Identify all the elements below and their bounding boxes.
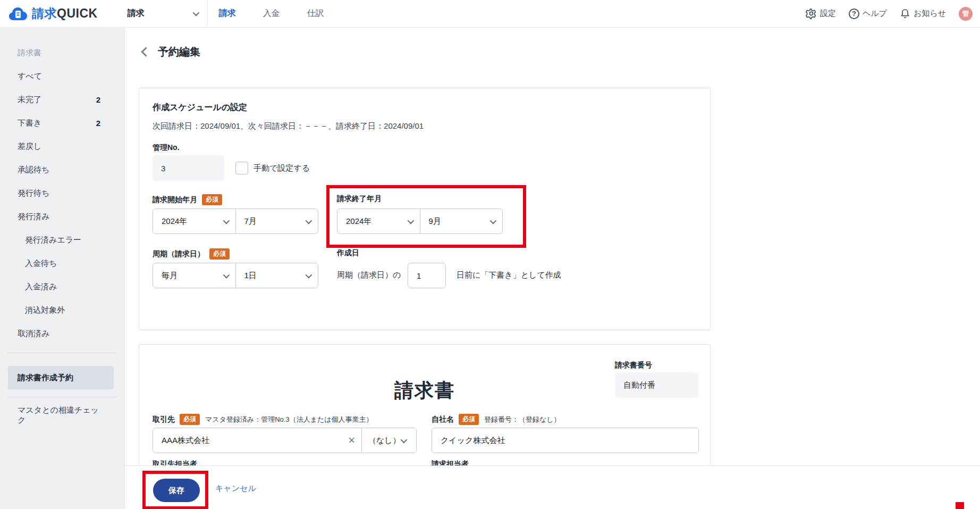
required-badge: 必須 [209,248,230,260]
creation-day-input[interactable]: 1 [408,263,446,288]
app-screen: 請求QUICK 請求 請求 入金 仕訳 設定 ? ヘルプ [0,0,980,509]
page-title: 予約編集 [158,45,200,59]
chevron-down-icon [223,271,230,278]
manual-set-checkbox[interactable] [235,162,248,174]
sidebar-item-issued[interactable]: 発行済み [0,205,124,228]
notifications-button[interactable]: お知らせ [900,8,946,19]
back-arrow-icon[interactable] [141,47,150,56]
nav-tab-journal[interactable]: 仕訳 [307,8,324,19]
client-master-note: マスタ登録済み：管理No.3（法人または個人事業主） [205,415,373,424]
chevron-down-icon [223,217,230,224]
creation-day-prefix-text: 周期（請求日）の [337,270,401,280]
client-name-input[interactable]: AAA株式会社 × [153,428,361,453]
question-mark-icon: ? [849,9,859,19]
app-logo[interactable]: 請求QUICK [9,5,98,22]
help-button[interactable]: ? ヘルプ [849,9,887,19]
billing-end-yearmonth-select: 2024年 9月 [337,208,503,234]
client-field-group: AAA株式会社 × （なし） [153,428,417,453]
manage-no-label: 管理No. [153,143,180,153]
creation-day-suffix-text: 日前に「下書き」として作成 [457,270,561,280]
billing-start-year-select[interactable]: 2024年 [153,209,235,233]
creation-day-label: 作成日 [337,248,359,258]
product-selector-dropdown[interactable]: 請求 [128,8,207,19]
chevron-down-icon [400,436,407,443]
sidebar-item-incomplete[interactable]: 未完了2 [0,88,124,111]
billing-start-month-select[interactable]: 7月 [235,209,318,233]
count-badge: 2 [96,119,100,128]
invoice-title: 請求書 [139,378,710,404]
required-badge: 必須 [202,194,222,205]
manage-no-field[interactable]: 3 [153,155,224,181]
cycle-frequency-select[interactable]: 毎月 [153,263,235,288]
sidebar: 請求書 すべて 未完了2 下書き2 差戻し 承認待ち 発行待ち 発行済み 発行済… [0,28,125,509]
help-label: ヘルプ [863,9,887,19]
sidebar-item-not-reconciled[interactable]: 消込対象外 [0,298,124,322]
red-corner-annotation [956,502,964,509]
top-bar: 請求QUICK 請求 請求 入金 仕訳 設定 ? ヘルプ [0,0,980,28]
save-button[interactable]: 保存 [153,479,200,502]
chevron-down-icon [490,217,497,224]
cancel-link[interactable]: キャンセル [215,483,256,494]
billing-end-year-select[interactable]: 2024年 [337,209,420,233]
company-registration-note: 登録番号：（登録なし） [484,415,561,424]
cloud-logo-icon [9,6,28,22]
billing-end-label: 請求終了年月 [337,194,382,204]
brand-text: 請求QUICK [32,5,98,22]
sidebar-item-awaiting-payment[interactable]: 入金待ち [0,252,124,275]
page-header: 予約編集 [142,45,200,59]
chevron-down-icon [306,271,312,278]
notifications-label: お知らせ [914,9,946,19]
schedule-card-title: 作成スケジュールの設定 [153,102,247,113]
required-badge: 必須 [180,414,200,425]
settings-label: 設定 [820,9,836,19]
sidebar-item-all[interactable]: すべて [0,64,124,88]
company-label: 自社名 必須 登録番号：（登録なし） [432,414,561,425]
schedule-summary-text: 次回請求日：2024/09/01、次々回請求日：－－－、請求終了日：2024/0… [153,121,424,131]
client-honorific-select[interactable]: （なし） [361,428,416,453]
action-bar: 保存 キャンセル [125,465,980,509]
chevron-down-icon [192,10,199,16]
topbar-actions: 設定 ? ヘルプ お知らせ 管 [806,7,973,21]
company-name-input[interactable]: クイック株式会社 [432,428,699,453]
cycle-select: 毎月 1日 [153,263,318,288]
sidebar-item-returned[interactable]: 差戻し [0,135,124,158]
sidebar-item-cancelled[interactable]: 取消済み [0,322,124,345]
schedule-settings-card: 作成スケジュールの設定 次回請求日：2024/09/01、次々回請求日：－－－、… [139,88,711,330]
billing-end-month-select[interactable]: 9月 [420,209,503,233]
sidebar-divider [8,397,116,397]
sidebar-item-master-diff-check[interactable]: マスタとの相違チェック [0,404,124,427]
sidebar-item-paid[interactable]: 入金済み [0,275,124,298]
billing-start-label: 請求開始年月 必須 [153,194,222,205]
cycle-day-select[interactable]: 1日 [235,263,318,288]
cycle-label: 周期（請求日） 必須 [153,248,230,260]
count-badge: 2 [96,95,100,104]
chevron-down-icon [306,217,312,224]
sidebar-divider [8,353,116,353]
sidebar-item-pending-approval[interactable]: 承認待ち [0,158,124,181]
sidebar-item-pending-issue[interactable]: 発行待ち [0,181,124,205]
billing-start-yearmonth-select: 2024年 7月 [153,208,318,234]
nav-tab-billing[interactable]: 請求 [219,8,236,19]
topbar-divider [207,0,208,28]
main-nav: 請求 入金 仕訳 [219,8,324,19]
required-badge: 必須 [459,414,479,425]
manual-set-checkbox-label: 手動で設定する [254,163,310,173]
clear-x-icon[interactable]: × [348,435,355,446]
invoice-number-label: 請求書番号 [615,361,652,370]
client-label: 取引先 必須 マスタ登録済み：管理No.3（法人または個人事業主） [153,414,373,425]
product-selector-value: 請求 [128,8,145,19]
sidebar-item-draft[interactable]: 下書き2 [0,111,124,135]
settings-button[interactable]: 設定 [806,8,836,19]
chevron-down-icon [407,217,414,224]
sidebar-section-invoices: 請求書 [0,41,124,64]
user-avatar[interactable]: 管 [959,7,973,21]
bell-icon [900,8,910,19]
sidebar-item-issued-error[interactable]: 発行済みエラー [0,228,124,252]
sidebar-item-invoice-reservation[interactable]: 請求書作成予約 [8,366,114,389]
nav-tab-deposit[interactable]: 入金 [263,8,280,19]
gear-icon [806,8,817,19]
